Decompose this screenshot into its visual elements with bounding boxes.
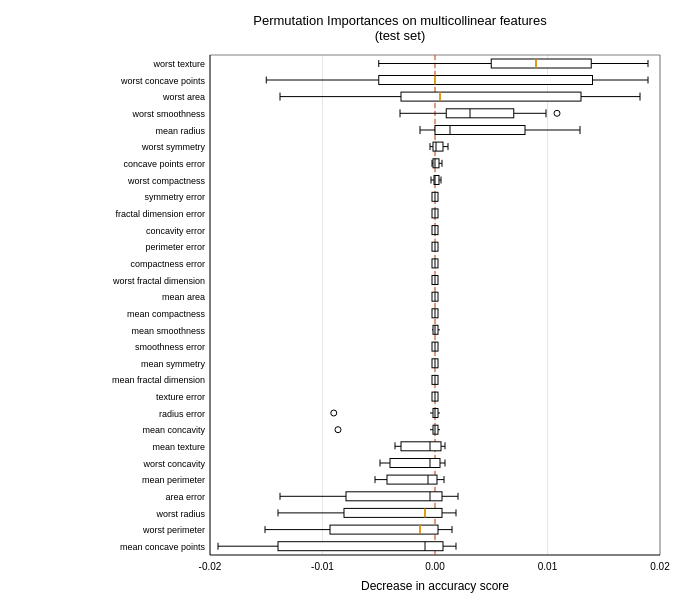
svg-rect-40 bbox=[435, 126, 525, 135]
chart-title-line1: Permutation Importances on multicollinea… bbox=[253, 13, 547, 28]
x-tick-4: 0.01 bbox=[538, 561, 558, 572]
svg-rect-12 bbox=[491, 59, 591, 68]
svg-rect-52 bbox=[433, 159, 439, 168]
label-radius-error: radius error bbox=[159, 409, 205, 419]
svg-rect-127 bbox=[344, 508, 442, 517]
label-texture-error: texture error bbox=[156, 392, 205, 402]
svg-rect-26 bbox=[401, 92, 581, 101]
label-mean-smoothness: mean smoothness bbox=[131, 326, 205, 336]
chart-container: Permutation Importances on multicollinea… bbox=[0, 0, 700, 600]
label-mean-concavity: mean concavity bbox=[142, 425, 205, 435]
label-worst-concave-points: worst concave points bbox=[120, 76, 206, 86]
label-worst-smoothness: worst smoothness bbox=[131, 109, 205, 119]
label-worst-texture: worst texture bbox=[152, 59, 205, 69]
svg-rect-141 bbox=[278, 542, 443, 551]
label-worst-concavity: worst concavity bbox=[142, 459, 205, 469]
label-concave-points-error: concave points error bbox=[123, 159, 205, 169]
label-concavity-error: concavity error bbox=[146, 226, 205, 236]
label-mean-fractal-dimension: mean fractal dimension bbox=[112, 375, 205, 385]
label-mean-concave-points: mean concave points bbox=[120, 542, 206, 552]
x-tick-2: -0.01 bbox=[311, 561, 334, 572]
x-tick-1: -0.02 bbox=[199, 561, 222, 572]
label-compactness-error: compactness error bbox=[130, 259, 205, 269]
label-mean-compactness: mean compactness bbox=[127, 309, 206, 319]
svg-rect-19 bbox=[379, 76, 593, 85]
label-symmetry-error: symmetry error bbox=[145, 192, 206, 202]
label-mean-symmetry: mean symmetry bbox=[141, 359, 206, 369]
label-worst-fractal-dimension: worst fractal dimension bbox=[112, 276, 205, 286]
svg-rect-134 bbox=[330, 525, 438, 534]
x-tick-5: 0.02 bbox=[650, 561, 670, 572]
label-worst-perimeter: worst perimeter bbox=[142, 525, 205, 535]
svg-rect-102 bbox=[401, 442, 441, 451]
label-worst-radius: worst radius bbox=[155, 509, 205, 519]
x-tick-3: 0.00 bbox=[425, 561, 445, 572]
svg-rect-33 bbox=[446, 109, 514, 118]
x-axis-label: Decrease in accuracy score bbox=[361, 579, 509, 593]
label-mean-area: mean area bbox=[162, 292, 205, 302]
svg-rect-115 bbox=[387, 475, 437, 484]
svg-rect-109 bbox=[390, 459, 440, 468]
label-worst-compactness: worst compactness bbox=[127, 176, 206, 186]
label-worst-symmetry: worst symmetry bbox=[141, 142, 206, 152]
label-mean-texture: mean texture bbox=[152, 442, 205, 452]
label-perimeter-error: perimeter error bbox=[145, 242, 205, 252]
label-worst-area: worst area bbox=[162, 92, 205, 102]
svg-rect-46 bbox=[433, 142, 443, 151]
label-mean-perimeter: mean perimeter bbox=[142, 475, 205, 485]
label-fractal-dimension-error: fractal dimension error bbox=[115, 209, 205, 219]
svg-rect-121 bbox=[346, 492, 442, 501]
label-smoothness-error: smoothness error bbox=[135, 342, 205, 352]
label-mean-radius: mean radius bbox=[155, 126, 205, 136]
label-area-error: area error bbox=[165, 492, 205, 502]
chart-title-line2: (test set) bbox=[375, 28, 426, 43]
